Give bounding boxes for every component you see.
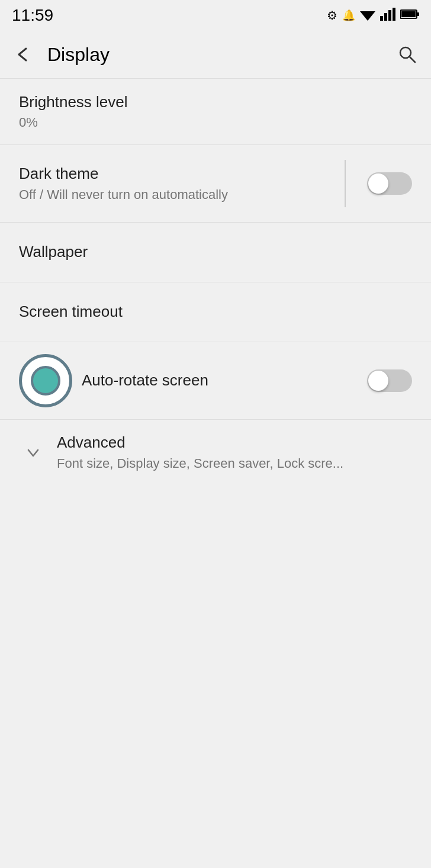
svg-rect-6 (417, 12, 419, 16)
dark-theme-content: Dark theme Off / Will never turn on auto… (19, 160, 412, 207)
advanced-content: Advanced Font size, Display size, Screen… (57, 433, 412, 472)
signal-icon (380, 8, 395, 24)
svg-rect-1 (380, 16, 383, 21)
brightness-title: Brightness level (19, 93, 412, 111)
dark-theme-toggle-knob (368, 173, 388, 194)
svg-marker-0 (360, 11, 375, 21)
battery-icon (400, 9, 419, 22)
screen-timeout-item[interactable]: Screen timeout (0, 282, 431, 342)
dark-theme-toggle[interactable] (367, 172, 412, 195)
app-bar: Display (0, 31, 431, 78)
notification-icon: 🔔 (342, 9, 355, 22)
settings-status-icon: ⚙ (327, 8, 337, 22)
advanced-item[interactable]: Advanced Font size, Display size, Screen… (0, 420, 431, 485)
app-bar-left: Display (9, 40, 110, 69)
expand-icon (19, 438, 47, 467)
dark-theme-toggle-container (367, 172, 412, 195)
dark-theme-subtitle: Off / Will never turn on automatically (19, 187, 333, 204)
svg-rect-3 (388, 10, 391, 21)
auto-rotate-content: Auto-rotate screen (82, 371, 358, 391)
dark-theme-item[interactable]: Dark theme Off / Will never turn on auto… (0, 145, 431, 222)
status-icons: ⚙ 🔔 (327, 8, 419, 24)
wallpaper-title: Wallpaper (19, 242, 412, 262)
auto-rotate-toggle-knob (368, 371, 388, 391)
dark-theme-text: Dark theme Off / Will never turn on auto… (19, 164, 333, 203)
advanced-subtitle: Font size, Display size, Screen saver, L… (57, 455, 412, 472)
brightness-item[interactable]: Brightness level 0% (0, 79, 431, 144)
screen-timeout-content: Screen timeout (19, 302, 412, 322)
svg-rect-4 (393, 8, 395, 21)
wifi-icon (360, 8, 375, 24)
auto-rotate-title: Auto-rotate screen (82, 371, 358, 391)
wallpaper-item[interactable]: Wallpaper (0, 223, 431, 282)
page-title: Display (47, 44, 110, 66)
auto-rotate-toggle[interactable] (367, 369, 412, 392)
brightness-value: 0% (19, 115, 412, 130)
dark-theme-divider (345, 160, 346, 207)
auto-rotate-item[interactable]: Auto-rotate screen (0, 342, 431, 419)
status-bar: 11:59 ⚙ 🔔 (0, 0, 431, 31)
svg-rect-7 (401, 11, 416, 17)
auto-rotate-toggle-container (367, 369, 412, 392)
svg-rect-2 (384, 13, 387, 21)
auto-rotate-inner-circle (31, 366, 60, 396)
svg-line-9 (410, 57, 415, 62)
wallpaper-content: Wallpaper (19, 242, 412, 262)
status-time: 11:59 (12, 6, 53, 25)
advanced-title: Advanced (57, 433, 412, 453)
settings-list: Brightness level 0% Dark theme Off / Wil… (0, 79, 431, 485)
screen-timeout-title: Screen timeout (19, 302, 412, 322)
dark-theme-title: Dark theme (19, 164, 333, 184)
search-button[interactable] (393, 40, 422, 69)
back-button[interactable] (9, 40, 38, 69)
auto-rotate-icon (19, 354, 72, 407)
